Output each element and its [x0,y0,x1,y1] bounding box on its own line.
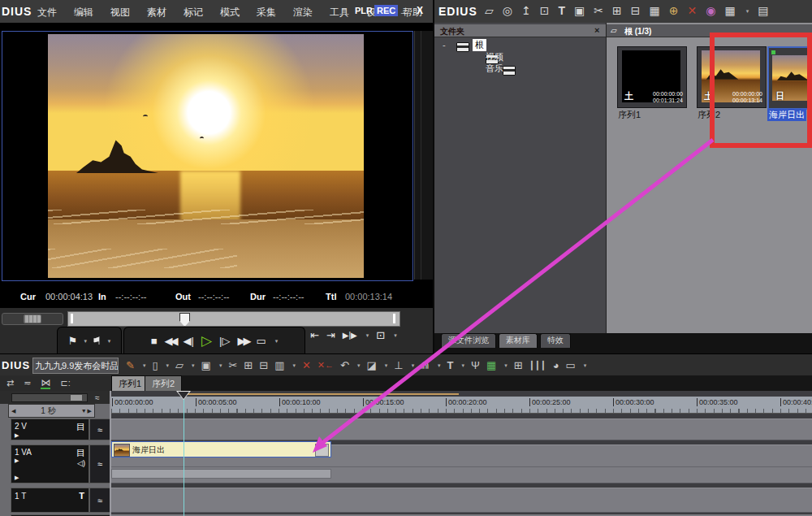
caret-icon[interactable]: ▾ [143,362,146,368]
paste-clip-icon[interactable]: ⊟ [259,360,268,371]
rec-mode-button[interactable]: REC [374,5,398,16]
play-around-caret-icon[interactable]: ▾ [366,332,369,338]
tab-effects[interactable]: 特效 [540,333,571,348]
razor-icon[interactable]: ⊥ [394,360,403,371]
menu-render[interactable]: 渲染 [290,6,316,20]
rewind-button[interactable]: ◀◀ [165,336,176,346]
shuttle-handle[interactable] [24,314,41,323]
menu-clip[interactable]: 素材 [144,6,170,20]
folder-icon[interactable]: ▱ [485,5,494,16]
timeline-clip-sunrise[interactable]: 海岸日出 [111,441,331,457]
marker-pen-icon[interactable]: ✎ [126,360,135,371]
step-forward-button[interactable]: |▷ [219,336,230,346]
time-scale-selector[interactable]: ◀ 1 秒 ▼ ▶ [8,404,95,418]
lane-2v[interactable] [111,418,812,440]
scale-right-icon[interactable]: ▶ [88,408,92,414]
title-tool-icon[interactable]: T [447,360,454,371]
cut-icon[interactable]: ✂ [594,5,603,16]
caret-icon[interactable]: ▾ [385,362,388,368]
fast-forward-button[interactable]: ▶▶ [237,336,248,346]
create-title-icon[interactable]: T [558,5,565,16]
import-icon[interactable]: ⊡ [540,5,550,16]
export-render-icon[interactable]: ▦ [486,360,496,371]
timeline-playhead-line[interactable] [184,397,184,516]
timeline-clip-audio[interactable] [111,469,331,479]
undo-icon[interactable]: ↶ [340,360,349,371]
caret-icon[interactable]: ▾ [438,362,441,368]
menu-mode[interactable]: 模式 [217,6,243,20]
folder-panel-close-icon[interactable]: × [594,25,599,35]
track-patch-1va[interactable]: ≈ [89,444,110,483]
open-project-icon[interactable]: ▱ [175,360,184,371]
set-out-flag-icon[interactable]: ⚑ [92,336,102,346]
menu-capture[interactable]: 采集 [253,6,279,20]
plr-mode-button[interactable]: PLR [355,6,373,15]
loop-playback-button[interactable]: ▭ [256,336,266,346]
bin-item-label[interactable]: 序列1 [618,109,641,121]
timeline-zoom-slider[interactable] [11,393,88,402]
paste-icon[interactable]: ⊟ [631,5,641,16]
export-caret-icon[interactable]: ▾ [394,332,397,338]
track-header-1t[interactable]: 1 T T [11,488,89,513]
tree-item-root[interactable]: 根 [473,39,486,51]
transition-mode-icon[interactable]: ⋈ [41,378,50,389]
tab-source-browser[interactable]: 源文件浏览 [441,333,496,348]
lane-1t[interactable] [111,488,812,513]
export-button[interactable]: ⊡ [376,330,385,340]
play-button[interactable]: ▷ [201,334,212,348]
seek-bar[interactable] [67,311,400,327]
caret-icon[interactable]: ▾ [192,362,195,368]
expand-video-icon[interactable]: ▶ [15,457,19,464]
color-wheel-icon[interactable]: ◕ [553,360,559,371]
up-folder-icon[interactable]: ↥ [521,5,531,16]
expand-audio-icon[interactable]: ▶ [15,475,19,481]
replace-clip-icon[interactable]: ▥ [274,360,284,371]
match-frame-icon[interactable]: ⋒ [421,360,430,371]
menu-tools[interactable]: 工具 [326,6,352,20]
stop-button[interactable]: ■ [151,336,158,346]
bin-item-seq1[interactable]: 土 00:00:00:00 00:01:31:24 [617,46,687,108]
tab-bin[interactable]: 素材库 [499,333,538,348]
cut-clip-icon[interactable]: ✂ [228,360,237,371]
view-grid-icon[interactable]: ▦ [724,5,735,16]
tree-item-video[interactable]: 视频 [486,51,503,63]
tree-collapse-icon[interactable]: - [443,40,446,50]
extend-mode-icon[interactable]: ⊏: [60,379,70,388]
seek-playhead[interactable] [179,313,190,327]
step-back-button[interactable]: ◀| [184,336,194,346]
in-flag-caret-icon[interactable]: ▾ [84,338,87,344]
edit-mode-icon[interactable]: ◪ [367,360,377,371]
zoom-slider-handle[interactable] [71,395,82,401]
mixer-grid-icon[interactable]: ⊞ [514,360,523,371]
menu-file[interactable]: 文件 [34,6,60,20]
sequence-tab-1[interactable]: 序列1 [111,375,149,391]
insert-mode-icon[interactable]: ⇄ [6,379,14,388]
add-to-timeline-icon[interactable]: ⊕ [669,5,679,16]
copy-clip-icon[interactable]: ⊞ [244,360,253,371]
menu-edit[interactable]: 编辑 [71,6,97,20]
view-caret-icon[interactable]: ▾ [746,8,749,14]
sync-mode-icon[interactable]: ≂ [24,379,31,388]
set-out-point-button[interactable]: ⇥ [326,330,335,340]
track-patch-2v[interactable]: ≈ [89,418,110,440]
shuttle-slider[interactable] [2,313,63,325]
expand-track-icon[interactable]: ▶ [15,432,19,439]
caret-icon[interactable]: ▾ [166,362,170,368]
preview-monitor-icon[interactable]: ▭ [566,360,576,371]
track-header-2v[interactable]: 2 V 目 ▶ [11,418,89,440]
properties-icon[interactable]: ◉ [706,5,715,16]
track-header-1va[interactable]: 1 VA 目 ▶ ◁) ▶ [11,444,89,483]
copy-icon[interactable]: ⊞ [612,5,622,16]
track-patch-1t[interactable]: ≈ [89,488,110,513]
sequence-tab-2[interactable]: 序列2 [145,375,182,391]
caret-icon[interactable]: ▾ [357,362,361,368]
scale-down-icon[interactable]: ▼ [81,408,87,414]
new-sequence-icon[interactable]: ▯ [152,360,158,371]
delete-gap-icon[interactable]: ✕← [317,361,334,370]
delete-icon[interactable]: ✕ [687,5,697,16]
set-in-point-button[interactable]: ⇤ [310,330,319,340]
ripple-delete-icon[interactable]: ✕ [302,360,311,371]
clip-end-handle[interactable] [315,444,329,457]
loop-caret-icon[interactable]: ▾ [275,338,279,344]
send-to-player-icon[interactable]: ▦ [649,5,659,16]
